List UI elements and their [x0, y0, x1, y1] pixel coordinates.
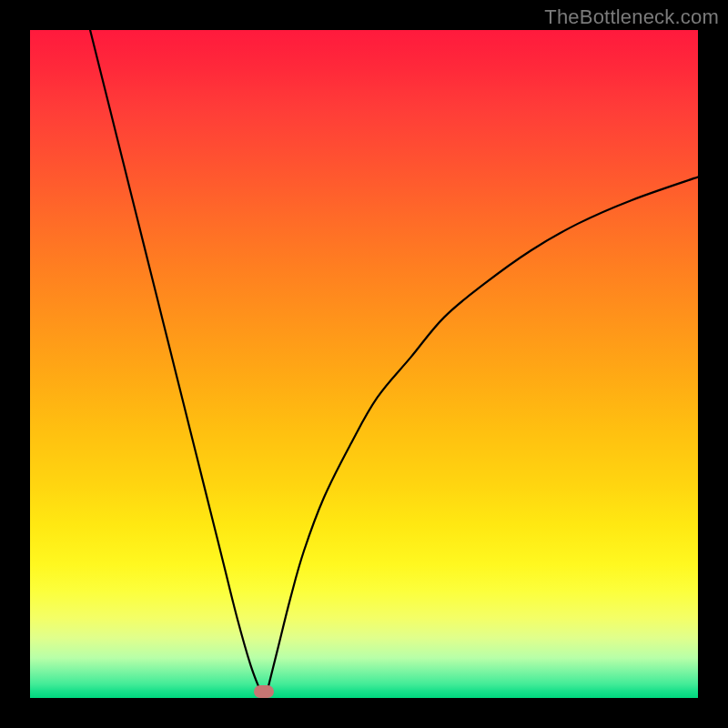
optimal-marker — [254, 685, 274, 698]
plot-area — [30, 30, 698, 698]
watermark-text: TheBottleneck.com — [544, 5, 719, 29]
chart-frame: TheBottleneck.com — [0, 0, 728, 728]
bottleneck-curve — [30, 30, 698, 698]
